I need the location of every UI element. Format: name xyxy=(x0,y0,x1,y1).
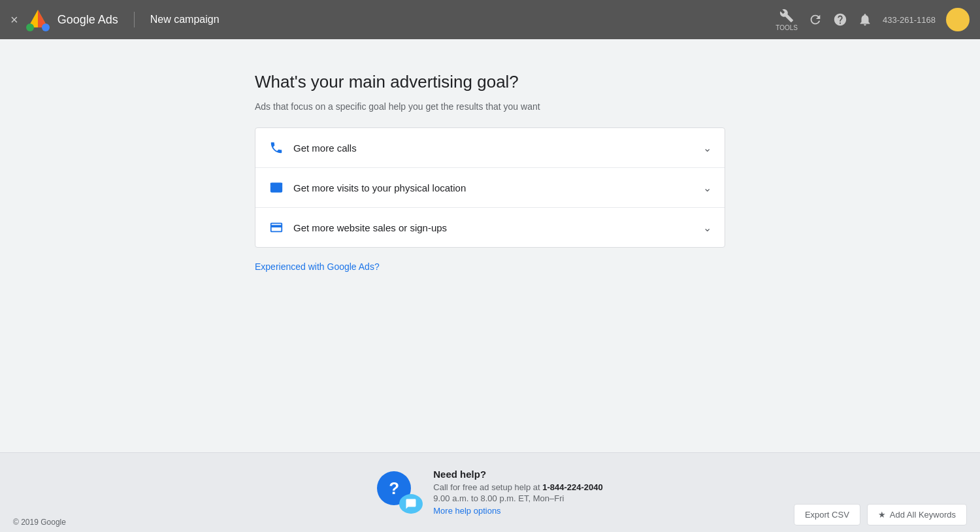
export-csv-button[interactable]: Export CSV xyxy=(794,504,860,525)
option-website-label: Get more website sales or sign-ups xyxy=(293,222,447,233)
more-help-link[interactable]: More help options xyxy=(433,506,500,516)
chevron-down-visits-icon: ⌄ xyxy=(703,182,711,194)
help-section: ? Need help? Call for free ad setup help… xyxy=(377,469,602,516)
help-hours: 9.00 a.m. to 8.00 p.m. ET, Mon–Fri xyxy=(433,493,602,503)
header-divider xyxy=(134,12,135,27)
question-mark-icon: ? xyxy=(389,478,399,499)
experienced-link[interactable]: Experienced with Google Ads? xyxy=(255,261,380,272)
notifications-button[interactable] xyxy=(858,12,872,27)
help-bubble-secondary xyxy=(399,494,423,514)
option-left-calls: Get more calls xyxy=(269,140,357,156)
option-calls-label: Get more calls xyxy=(293,142,357,154)
help-phone: 1-844-224-2040 xyxy=(542,482,603,492)
svg-point-3 xyxy=(42,24,50,31)
bell-icon xyxy=(858,12,872,27)
tools-icon xyxy=(779,8,794,23)
help-text: Need help? Call for free ad setup help a… xyxy=(433,469,602,516)
store-icon xyxy=(269,180,284,195)
add-all-keywords-button[interactable]: ★ Add All Keywords xyxy=(867,504,967,525)
help-call-text: Call for free ad setup help at xyxy=(433,482,542,492)
account-number: 433-261-1168 xyxy=(883,15,936,25)
page-subtitle: Ads that focus on a specific goal help y… xyxy=(255,101,725,112)
copyright: © 2019 Google xyxy=(13,518,66,527)
chevron-down-website-icon: ⌄ xyxy=(703,222,711,234)
main-content: What's your main advertising goal? Ads t… xyxy=(0,39,980,452)
phone-icon xyxy=(269,140,284,156)
google-ads-logo xyxy=(26,8,50,31)
app-name: Google Ads xyxy=(57,13,118,27)
option-visits[interactable]: Get more visits to your physical locatio… xyxy=(255,168,725,208)
header: × Google Ads New campaign TOOLS xyxy=(0,0,980,39)
help-heading: Need help? xyxy=(433,469,602,480)
tools-label: TOOLS xyxy=(776,24,798,31)
option-left-website: Get more website sales or sign-ups xyxy=(269,220,447,235)
refresh-button[interactable] xyxy=(808,12,823,27)
option-calls[interactable]: Get more calls ⌄ xyxy=(255,128,725,168)
star-icon: ★ xyxy=(878,510,886,520)
campaign-title: New campaign xyxy=(150,14,220,25)
chevron-down-calls-icon: ⌄ xyxy=(703,142,711,154)
credit-card-icon xyxy=(269,220,284,235)
refresh-icon xyxy=(808,12,823,27)
option-website[interactable]: Get more website sales or sign-ups ⌄ xyxy=(255,208,725,247)
add-all-keywords-label: Add All Keywords xyxy=(890,510,956,520)
tools-button[interactable]: TOOLS xyxy=(776,8,798,31)
help-description: Call for free ad setup help at 1-844-224… xyxy=(433,482,602,492)
footer: ? Need help? Call for free ad setup help… xyxy=(0,452,980,532)
svg-point-2 xyxy=(26,24,34,31)
content-container: What's your main advertising goal? Ads t… xyxy=(255,72,725,273)
footer-buttons: Export CSV ★ Add All Keywords xyxy=(794,504,967,525)
close-button[interactable]: × xyxy=(10,13,18,26)
header-right: TOOLS 433-261-1168 xyxy=(776,8,970,31)
options-card: Get more calls ⌄ Get more visits to your… xyxy=(255,127,725,248)
avatar[interactable] xyxy=(946,8,970,31)
help-icon-wrap: ? xyxy=(377,471,423,514)
header-left: × Google Ads New campaign xyxy=(10,8,220,31)
help-button[interactable] xyxy=(833,12,847,27)
page-heading: What's your main advertising goal? xyxy=(255,72,725,92)
help-icon xyxy=(833,12,847,27)
chat-icon xyxy=(405,498,417,510)
option-left-visits: Get more visits to your physical locatio… xyxy=(269,180,466,195)
option-visits-label: Get more visits to your physical locatio… xyxy=(293,182,466,193)
